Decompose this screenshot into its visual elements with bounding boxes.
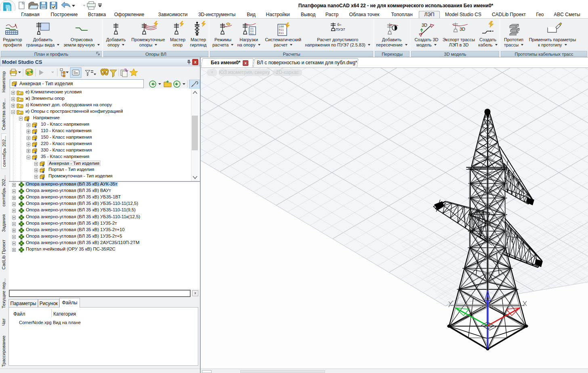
svg-text:б=: б=: [337, 23, 341, 27]
svg-text:3D: 3D: [422, 23, 427, 27]
svg-text:011: 011: [279, 28, 284, 32]
svg-text:011: 011: [279, 32, 284, 35]
svg-text:100: 100: [279, 25, 284, 28]
svg-text:3D: 3D: [460, 27, 465, 32]
svg-text:ПУЭ7: ПУЭ7: [336, 27, 345, 32]
svg-text:011: 011: [250, 33, 254, 35]
